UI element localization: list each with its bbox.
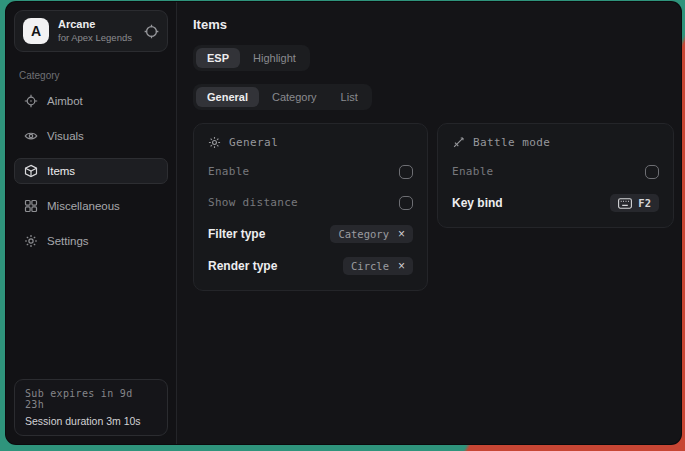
filter-type-label: Filter type bbox=[208, 227, 265, 241]
enable-row: Enable bbox=[208, 163, 413, 180]
page-title: Items bbox=[193, 17, 674, 32]
general-panel: General Enable Show distance Filter type… bbox=[193, 123, 428, 291]
view-tabs: General Category List bbox=[193, 84, 372, 110]
sidebar-nav: Aimbot Visuals bbox=[6, 83, 176, 258]
sidebar-item-label: Visuals bbox=[47, 130, 84, 142]
battle-enable-checkbox[interactable] bbox=[645, 165, 659, 179]
mode-tabs: ESP Highlight bbox=[193, 45, 310, 71]
brand-text: Arcane for Apex Legends bbox=[58, 18, 132, 44]
sub-expires-text: Sub expires in 9d 23h bbox=[25, 388, 157, 410]
general-panel-header: General bbox=[208, 136, 413, 149]
session-duration-text: Session duration 3m 10s bbox=[25, 415, 157, 427]
tab-category[interactable]: Category bbox=[261, 87, 328, 107]
sidebar-item-label: Items bbox=[47, 165, 75, 177]
view-tabs-row: General Category List bbox=[193, 84, 674, 110]
sidebar-item-miscellaneous[interactable]: Miscellaneous bbox=[14, 193, 168, 219]
tab-general[interactable]: General bbox=[196, 87, 259, 107]
battle-panel-header: Battle mode bbox=[452, 136, 659, 149]
tab-highlight[interactable]: Highlight bbox=[242, 48, 307, 68]
brand-name: Arcane bbox=[58, 18, 132, 32]
sidebar-item-label: Aimbot bbox=[47, 95, 83, 107]
general-panel-title: General bbox=[229, 136, 278, 149]
brand-logo: A bbox=[23, 18, 49, 44]
crosshair-icon bbox=[24, 94, 38, 108]
mode-tabs-row: ESP Highlight bbox=[193, 45, 674, 71]
tab-esp[interactable]: ESP bbox=[196, 48, 240, 68]
tab-list[interactable]: List bbox=[330, 87, 369, 107]
render-type-row: Render type Circle × bbox=[208, 257, 413, 275]
battle-enable-row: Enable bbox=[452, 163, 659, 180]
render-type-value: Circle bbox=[351, 260, 389, 272]
sword-icon bbox=[452, 136, 465, 149]
show-distance-row: Show distance bbox=[208, 194, 413, 211]
sidebar-item-label: Miscellaneous bbox=[47, 200, 120, 212]
filter-type-select[interactable]: Category × bbox=[330, 225, 413, 243]
gear-icon bbox=[24, 234, 38, 248]
target-icon bbox=[144, 24, 159, 39]
brand-card: A Arcane for Apex Legends bbox=[14, 10, 168, 52]
render-type-select[interactable]: Circle × bbox=[343, 257, 413, 275]
panels: General Enable Show distance Filter type… bbox=[193, 123, 674, 291]
key-bind-label: Key bind bbox=[452, 196, 503, 210]
eye-icon bbox=[24, 129, 38, 143]
sidebar-item-aimbot[interactable]: Aimbot bbox=[14, 88, 168, 114]
app-window: A Arcane for Apex Legends Category bbox=[6, 2, 681, 444]
show-distance-label: Show distance bbox=[208, 196, 298, 209]
sidebar-item-visuals[interactable]: Visuals bbox=[14, 123, 168, 149]
enable-checkbox[interactable] bbox=[399, 165, 413, 179]
settings-sun-icon bbox=[208, 136, 221, 149]
enable-label: Enable bbox=[208, 165, 250, 178]
sidebar: A Arcane for Apex Legends Category bbox=[6, 2, 177, 444]
clear-icon[interactable]: × bbox=[398, 229, 405, 239]
battle-mode-panel: Battle mode Enable Key bind bbox=[437, 123, 674, 228]
key-bind-button[interactable]: F2 bbox=[610, 194, 659, 212]
brand-subtitle: for Apex Legends bbox=[58, 32, 132, 44]
battle-enable-label: Enable bbox=[452, 165, 494, 178]
render-type-label: Render type bbox=[208, 259, 277, 273]
battle-panel-title: Battle mode bbox=[473, 136, 550, 149]
sidebar-section-label: Category bbox=[19, 70, 163, 81]
sidebar-item-items[interactable]: Items bbox=[14, 158, 168, 184]
clear-icon[interactable]: × bbox=[398, 261, 405, 271]
keyboard-icon bbox=[618, 198, 632, 209]
filter-type-row: Filter type Category × bbox=[208, 225, 413, 243]
filter-type-value: Category bbox=[338, 228, 389, 240]
package-icon bbox=[24, 164, 38, 178]
key-bind-value: F2 bbox=[638, 197, 651, 209]
show-distance-checkbox[interactable] bbox=[399, 196, 413, 210]
subscription-info-card: Sub expires in 9d 23h Session duration 3… bbox=[14, 379, 168, 436]
main-content: Items ESP Highlight General Category Lis… bbox=[177, 2, 681, 444]
sidebar-item-settings[interactable]: Settings bbox=[14, 228, 168, 254]
sidebar-item-label: Settings bbox=[47, 235, 89, 247]
grid-icon bbox=[24, 199, 38, 213]
key-bind-row: Key bind F2 bbox=[452, 194, 659, 212]
